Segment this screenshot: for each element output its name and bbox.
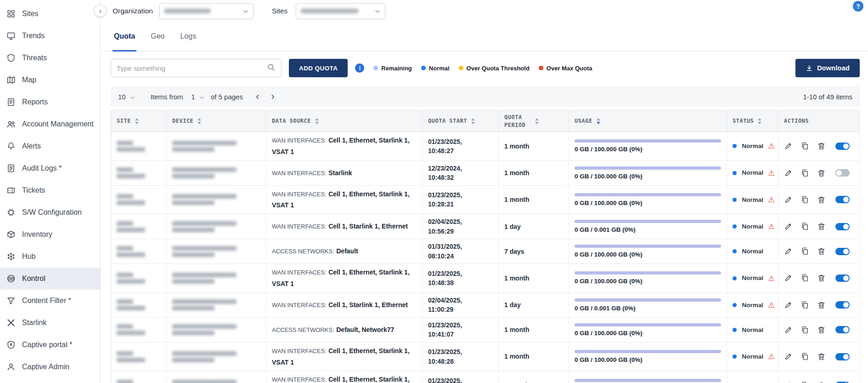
column-header-usage[interactable]: USAGE	[569, 111, 727, 132]
copy-button[interactable]	[800, 352, 809, 361]
sort-icon[interactable]	[315, 118, 319, 124]
search-input[interactable]	[117, 64, 267, 72]
device-cell	[167, 264, 266, 293]
enable-toggle[interactable]	[835, 274, 850, 282]
next-page-button[interactable]: ›	[268, 91, 277, 102]
data-source-cell: WAN INTERFACES: Cell 1, Ethernet, Starli…	[266, 132, 423, 161]
column-header-site[interactable]: SITE	[111, 111, 167, 132]
sidebar-item-alerts[interactable]: Alerts	[0, 135, 100, 157]
delete-button[interactable]	[817, 247, 826, 256]
copy-button[interactable]	[800, 301, 809, 309]
sites-select[interactable]	[296, 3, 385, 19]
column-header-status[interactable]: STATUS	[727, 111, 778, 132]
edit-button[interactable]	[784, 169, 793, 177]
sort-icon[interactable]	[758, 118, 761, 124]
delete-button[interactable]	[817, 142, 826, 150]
delete-button[interactable]	[817, 381, 826, 383]
delete-button[interactable]	[817, 195, 826, 204]
delete-button[interactable]	[817, 352, 826, 361]
sort-icon[interactable]	[471, 118, 475, 124]
enable-toggle[interactable]	[835, 248, 850, 255]
tab-geo[interactable]: Geo	[149, 22, 166, 51]
sidebar-item-starlink[interactable]: Starlink	[0, 312, 100, 334]
data-source-cell: WAN INTERFACES: Cell 1, Starlink 1, Ethe…	[266, 214, 423, 239]
delete-button[interactable]	[817, 169, 826, 177]
enable-toggle[interactable]	[835, 169, 850, 177]
copy-button[interactable]	[800, 247, 809, 256]
chevron-down-icon	[199, 93, 204, 101]
edit-button[interactable]	[784, 222, 793, 231]
edit-button[interactable]	[784, 301, 793, 309]
sort-icon[interactable]	[135, 118, 139, 124]
add-quota-button[interactable]: ADD QUOTA	[289, 59, 348, 77]
status-dot-icon	[733, 303, 737, 307]
sidebar-item-map[interactable]: Map	[0, 69, 100, 91]
sidebar-item-account-management[interactable]: Account Management	[0, 113, 100, 135]
copy-button[interactable]	[800, 169, 809, 177]
copy-button[interactable]	[800, 274, 809, 282]
delete-button[interactable]	[817, 326, 826, 334]
sort-icon[interactable]	[597, 118, 600, 124]
table-row: WAN INTERFACES: Cell 1, Ethernet, Starli…	[111, 132, 860, 161]
organization-select[interactable]	[159, 3, 254, 19]
info-icon[interactable]: i	[355, 63, 364, 73]
device-redacted-text	[172, 358, 214, 362]
column-header-device[interactable]: DEVICE	[167, 111, 266, 132]
sidebar-item-sites[interactable]: Sites	[0, 3, 100, 25]
sort-icon[interactable]	[197, 118, 201, 124]
sidebar-collapse-button[interactable]: ‹	[94, 5, 107, 17]
site-redacted-text	[117, 380, 133, 383]
sidebar-item-inventory[interactable]: Inventory	[0, 223, 100, 246]
sidebar-item-captive-admin[interactable]: Captive Admin	[0, 356, 100, 378]
edit-button[interactable]	[784, 247, 793, 256]
sidebar-item-audit-logs[interactable]: Audit Logs *	[0, 157, 100, 179]
page-select[interactable]: 1	[192, 93, 204, 101]
edit-button[interactable]	[784, 326, 793, 334]
edit-button[interactable]	[784, 142, 793, 150]
download-button[interactable]: Download	[795, 59, 860, 77]
page-size-select[interactable]: 10	[118, 93, 135, 101]
usage-progress-bar	[575, 298, 721, 302]
edit-button[interactable]	[784, 274, 793, 282]
enable-toggle[interactable]	[835, 223, 850, 230]
delete-button[interactable]	[817, 301, 826, 309]
sidebar-item-tickets[interactable]: Tickets	[0, 179, 100, 201]
enable-toggle[interactable]	[835, 326, 850, 333]
copy-button[interactable]	[800, 142, 809, 150]
tab-bar: Quota Geo Logs	[101, 22, 868, 51]
edit-button[interactable]	[784, 195, 793, 204]
enable-toggle[interactable]	[835, 143, 850, 150]
quota-start-date: 01/23/2025,	[428, 137, 493, 146]
sidebar-item-sw-configuration[interactable]: S/W Configuration	[0, 201, 100, 223]
previous-page-button[interactable]: ‹	[253, 91, 262, 102]
sidebar-item-captive-portal[interactable]: Captive portal *	[0, 334, 100, 356]
edit-button[interactable]	[784, 352, 793, 361]
help-button[interactable]: ?	[853, 1, 863, 11]
sidebar-item-reports[interactable]: Reports	[0, 91, 100, 113]
actions-cell	[778, 292, 860, 317]
enable-toggle[interactable]	[835, 353, 850, 360]
column-header-quota-start[interactable]: QUOTA START	[423, 111, 499, 132]
sort-icon[interactable]	[535, 118, 539, 124]
column-header-quota-period[interactable]: QUOTA PERIOD	[499, 111, 569, 132]
sidebar-item-hub[interactable]: Hub	[0, 246, 100, 268]
sidebar-item-kontrol[interactable]: Kontrol	[0, 268, 100, 290]
data-source-type: ACCESS NETWORKS:	[272, 326, 334, 333]
column-header-data-source[interactable]: DATA SOURCE	[266, 111, 423, 132]
copy-button[interactable]	[800, 195, 809, 204]
delete-button[interactable]	[817, 222, 826, 231]
enable-toggle[interactable]	[835, 196, 850, 203]
copy-button[interactable]	[800, 326, 809, 334]
tab-quota[interactable]: Quota	[113, 22, 136, 51]
status-label: Normal	[742, 170, 763, 177]
device-redacted-text	[172, 221, 237, 226]
copy-button[interactable]	[800, 381, 809, 383]
copy-button[interactable]	[800, 222, 809, 231]
delete-button[interactable]	[817, 274, 826, 282]
enable-toggle[interactable]	[835, 301, 850, 309]
sidebar-item-trends[interactable]: Trends	[0, 25, 100, 47]
sidebar-item-content-filter[interactable]: Content Filter *	[0, 290, 100, 312]
sidebar-item-threats[interactable]: Threats	[0, 47, 100, 69]
tab-logs[interactable]: Logs	[179, 22, 197, 51]
edit-button[interactable]	[784, 381, 793, 383]
